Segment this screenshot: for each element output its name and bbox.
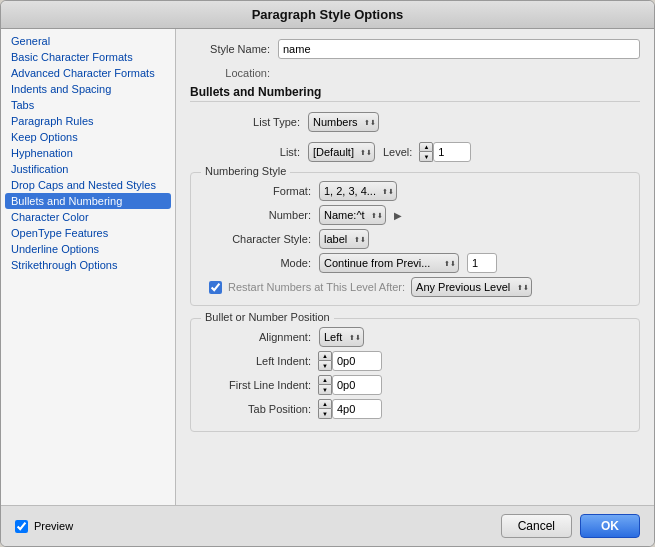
numbering-style-group: Numbering Style Format: 1, 2, 3, 4... Nu… xyxy=(190,172,640,306)
preview-label: Preview xyxy=(34,520,73,532)
level-label: Level: xyxy=(383,146,412,158)
mode-row: Mode: Continue from Previ... xyxy=(201,253,629,273)
number-select-wrapper: Name:^t xyxy=(319,205,386,225)
left-indent-up-btn[interactable]: ▲ xyxy=(318,351,332,361)
tab-position-input[interactable] xyxy=(332,399,382,419)
left-indent-row: Left Indent: ▲ ▼ xyxy=(201,351,629,371)
footer: Preview Cancel OK xyxy=(1,505,654,546)
char-style-label: Character Style: xyxy=(201,233,311,245)
level-spin: ▲ ▼ xyxy=(420,142,471,162)
first-line-indent-input[interactable] xyxy=(332,375,382,395)
sidebar-item-opentype[interactable]: OpenType Features xyxy=(1,225,175,241)
left-indent-label: Left Indent: xyxy=(201,355,311,367)
list-type-select-wrapper: Numbers xyxy=(308,112,379,132)
style-name-label: Style Name: xyxy=(190,43,270,55)
tab-position-row: Tab Position: ▲ ▼ xyxy=(201,399,629,419)
first-line-indent-spinners: ▲ ▼ xyxy=(318,375,332,395)
button-row: Cancel OK xyxy=(501,514,640,538)
number-row: Number: Name:^t ▶ xyxy=(201,205,629,225)
alignment-select-wrapper: Left xyxy=(319,327,364,347)
title-bar: Paragraph Style Options xyxy=(1,1,654,29)
format-label: Format: xyxy=(201,185,311,197)
alignment-label: Alignment: xyxy=(201,331,311,343)
sidebar-item-para-rules[interactable]: Paragraph Rules xyxy=(1,113,175,129)
dialog-title: Paragraph Style Options xyxy=(252,7,404,22)
first-line-indent-up-btn[interactable]: ▲ xyxy=(318,375,332,385)
cancel-button[interactable]: Cancel xyxy=(501,514,572,538)
tab-position-label: Tab Position: xyxy=(201,403,311,415)
list-type-label: List Type: xyxy=(190,116,300,128)
mode-select-wrapper: Continue from Previ... xyxy=(319,253,459,273)
char-style-select[interactable]: label xyxy=(319,229,369,249)
sidebar-item-drop-caps[interactable]: Drop Caps and Nested Styles xyxy=(1,177,175,193)
style-name-row: Style Name: xyxy=(190,39,640,59)
main-panel: Style Name: Location: Bullets and Number… xyxy=(176,29,654,505)
restart-select-wrapper: Any Previous Level xyxy=(411,277,532,297)
list-type-select[interactable]: Numbers xyxy=(308,112,379,132)
level-input[interactable] xyxy=(433,142,471,162)
sidebar-item-advanced-char[interactable]: Advanced Character Formats xyxy=(1,65,175,81)
section-title: Bullets and Numbering xyxy=(190,85,640,102)
dialog: Paragraph Style Options GeneralBasic Cha… xyxy=(0,0,655,547)
list-level-row: List: [Default] Level: ▲ ▼ xyxy=(190,142,640,162)
number-label: Number: xyxy=(201,209,311,221)
number-value-row: Name:^t ▶ xyxy=(319,205,404,225)
format-select-wrapper: 1, 2, 3, 4... xyxy=(319,181,397,201)
mode-label: Mode: xyxy=(201,257,311,269)
tab-position-up-btn[interactable]: ▲ xyxy=(318,399,332,409)
level-down-btn[interactable]: ▼ xyxy=(419,152,433,162)
sidebar-item-keep-options[interactable]: Keep Options xyxy=(1,129,175,145)
sidebar-item-general[interactable]: General xyxy=(1,33,175,49)
format-row: Format: 1, 2, 3, 4... xyxy=(201,181,629,201)
char-style-select-wrapper: label xyxy=(319,229,369,249)
sidebar-item-char-color[interactable]: Character Color xyxy=(1,209,175,225)
style-name-input[interactable] xyxy=(278,39,640,59)
bullet-position-title: Bullet or Number Position xyxy=(201,311,334,323)
sidebar-item-bullets[interactable]: Bullets and Numbering xyxy=(5,193,171,209)
sidebar-item-tabs[interactable]: Tabs xyxy=(1,97,175,113)
location-label: Location: xyxy=(190,67,270,79)
first-line-indent-row: First Line Indent: ▲ ▼ xyxy=(201,375,629,395)
preview-row: Preview xyxy=(15,520,73,533)
sidebar-item-underline[interactable]: Underline Options xyxy=(1,241,175,257)
mode-number-input[interactable] xyxy=(467,253,497,273)
number-arrow-btn[interactable]: ▶ xyxy=(392,209,404,221)
list-label: List: xyxy=(190,146,300,158)
ok-button[interactable]: OK xyxy=(580,514,640,538)
left-indent-spinners: ▲ ▼ xyxy=(318,351,332,371)
format-select[interactable]: 1, 2, 3, 4... xyxy=(319,181,397,201)
list-type-row: List Type: Numbers xyxy=(190,112,640,132)
alignment-select[interactable]: Left xyxy=(319,327,364,347)
tab-position-down-btn[interactable]: ▼ xyxy=(318,409,332,419)
char-style-row: Character Style: label xyxy=(201,229,629,249)
tab-position-spinners: ▲ ▼ xyxy=(318,399,332,419)
left-indent-input[interactable] xyxy=(332,351,382,371)
restart-label: Restart Numbers at This Level After: xyxy=(228,281,405,293)
numbering-style-title: Numbering Style xyxy=(201,165,290,177)
sidebar-item-strikethrough[interactable]: Strikethrough Options xyxy=(1,257,175,273)
first-line-indent-label: First Line Indent: xyxy=(201,379,311,391)
restart-select[interactable]: Any Previous Level xyxy=(411,277,532,297)
left-indent-spin: ▲ ▼ xyxy=(319,351,382,371)
level-spinners: ▲ ▼ xyxy=(419,142,433,162)
list-select[interactable]: [Default] xyxy=(308,142,375,162)
tab-position-spin: ▲ ▼ xyxy=(319,399,382,419)
sidebar: GeneralBasic Character FormatsAdvanced C… xyxy=(1,29,176,505)
location-row: Location: xyxy=(190,67,640,79)
bullet-position-group: Bullet or Number Position Alignment: Lef… xyxy=(190,318,640,432)
mode-select[interactable]: Continue from Previ... xyxy=(319,253,459,273)
list-select-wrapper: [Default] xyxy=(308,142,375,162)
number-select[interactable]: Name:^t xyxy=(319,205,386,225)
first-line-indent-down-btn[interactable]: ▼ xyxy=(318,385,332,395)
sidebar-item-hyphenation[interactable]: Hyphenation xyxy=(1,145,175,161)
level-up-btn[interactable]: ▲ xyxy=(419,142,433,152)
sidebar-item-indents-spacing[interactable]: Indents and Spacing xyxy=(1,81,175,97)
first-line-indent-spin: ▲ ▼ xyxy=(319,375,382,395)
restart-row: Restart Numbers at This Level After: Any… xyxy=(201,277,629,297)
sidebar-item-basic-char[interactable]: Basic Character Formats xyxy=(1,49,175,65)
alignment-row: Alignment: Left xyxy=(201,327,629,347)
left-indent-down-btn[interactable]: ▼ xyxy=(318,361,332,371)
restart-checkbox[interactable] xyxy=(209,281,222,294)
sidebar-item-justification[interactable]: Justification xyxy=(1,161,175,177)
preview-checkbox[interactable] xyxy=(15,520,28,533)
